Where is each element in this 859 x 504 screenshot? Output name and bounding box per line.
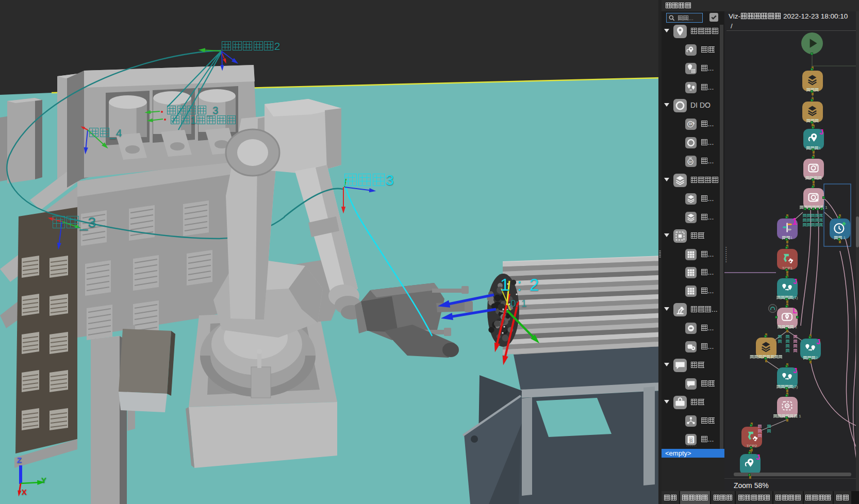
svg-text:DI: DI — [689, 160, 692, 163]
svg-text:DI: DI — [689, 122, 692, 126]
